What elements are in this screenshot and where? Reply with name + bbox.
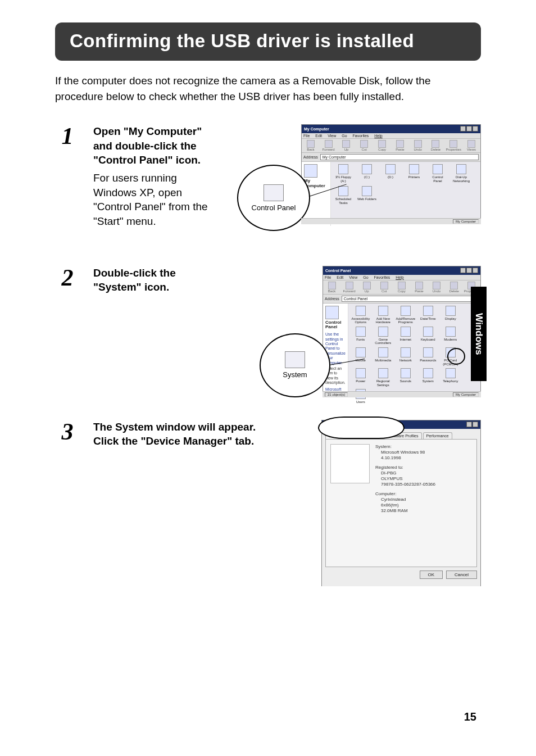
drive-icon: (D:) — [380, 164, 401, 183]
drive-icon: 3½ Floppy (A:) — [333, 164, 353, 183]
toolbar: Back Forward Up Cut Copy Paste Undo Dele… — [323, 280, 480, 295]
cp-item: Accessibility Options — [351, 306, 371, 324]
menu-item: View — [328, 134, 336, 138]
menu-item: Help — [374, 134, 382, 138]
registered-line: DI-PBG — [375, 470, 435, 476]
intro-paragraph: If the computer does not recognize the c… — [55, 73, 481, 104]
toolbar-item: Delete — [447, 282, 462, 293]
callout-control-panel: Control Panel — [237, 165, 310, 231]
toolbar-item: Forward — [321, 140, 337, 151]
cp-item: Keyboard — [418, 327, 438, 345]
toolbar-item: Undo — [429, 282, 444, 293]
computer-label: Computer: — [375, 491, 435, 496]
step-heading: Open "My Computer" and double-click the … — [93, 124, 217, 168]
left-panel-title: Control Panel — [325, 320, 346, 331]
cp-item: Internet — [396, 327, 416, 345]
screenshot-control-panel-window: Control Panel File Edit View Go Favorite… — [322, 266, 481, 397]
menu-item: Favorites — [374, 275, 390, 279]
menu-item: Edit — [337, 275, 343, 279]
toolbar: Back Forward Up Cut Copy Paste Undo Dele… — [302, 139, 480, 153]
dialup-icon: Dial-Up Networking — [451, 164, 471, 183]
cp-item: Multimedia — [373, 347, 393, 366]
toolbar-item: Copy — [374, 140, 390, 151]
status-bar-left: 21 object(s) — [325, 392, 348, 397]
computer-icon — [330, 444, 370, 483]
tab-performance: Performance — [423, 432, 452, 439]
menu-item: Go — [342, 134, 347, 138]
page-title: Confirming the USB driver is installed — [70, 30, 466, 52]
menu-item: Favorites — [353, 134, 369, 138]
cp-item: Fonts — [351, 327, 371, 345]
computer-line: 6x86(tm) — [375, 503, 435, 508]
screenshot-my-computer-window: My Computer File Edit View Go Favorites … — [301, 124, 481, 224]
toolbar-item: Up — [359, 282, 374, 293]
control-panel-icon — [264, 184, 284, 201]
computer-line: 32.0MB RAM — [375, 508, 435, 513]
control-panel-icon — [325, 306, 339, 319]
step-1: 1 Open "My Computer" and double-click th… — [55, 124, 481, 228]
figure-control-panel: System Control Panel File Edit View — [322, 266, 481, 397]
registered-label: Registered to: — [375, 465, 435, 470]
cp-item: Game Controllers — [373, 327, 393, 345]
window-buttons — [466, 422, 478, 428]
page-number: 15 — [464, 710, 476, 723]
control-panel-icon: Control Panel — [428, 164, 448, 183]
toolbar-item: Properties — [446, 140, 461, 151]
step-number: 1 — [55, 124, 80, 148]
toolbar-item: Views — [464, 140, 479, 151]
callout-label: System — [283, 370, 307, 379]
system-label: System: — [375, 444, 435, 449]
step-number: 3 — [55, 420, 80, 443]
status-bar-text: My Computer — [453, 219, 479, 224]
system-info: System: Microsoft Windows 98 4.10.1998 R… — [375, 444, 435, 562]
address-bar: Address Control Panel — [323, 295, 480, 304]
registered-line: 79878-335-0623287-05366 — [375, 482, 435, 487]
toolbar-item: Back — [303, 140, 319, 151]
highlight-circle-system — [447, 348, 465, 365]
window-title: My Computer — [304, 127, 329, 131]
address-label: Address — [325, 297, 339, 301]
toolbar-item: Paste — [392, 140, 408, 151]
cp-item: Modems — [440, 327, 461, 345]
step-3: 3 The System window will appear. Click t… — [55, 420, 481, 586]
menu-item: Edit — [315, 134, 322, 138]
window-title: Control Panel — [325, 269, 351, 273]
toolbar-item: Cut — [376, 282, 392, 293]
cp-item: Date/Time — [418, 306, 438, 324]
cp-item: Regional Settings — [373, 368, 393, 387]
toolbar-item: Back — [324, 282, 339, 293]
screenshot-system-properties-window: System Properties General Device Manager… — [321, 420, 481, 586]
cp-item: Telephony — [440, 368, 461, 387]
menu-item: View — [349, 275, 357, 279]
step-paragraph: For users running Windows XP, open "Cont… — [93, 171, 217, 229]
callout-label: Control Panel — [252, 203, 296, 212]
toolbar-item: Undo — [410, 140, 426, 151]
registered-line: OLYMPUS — [375, 476, 435, 481]
address-value: Control Panel — [344, 297, 367, 301]
system-line: Microsoft Windows 98 — [375, 450, 435, 455]
window-buttons — [460, 126, 478, 132]
ok-button: OK — [420, 571, 443, 579]
toolbar-item: Delete — [428, 140, 444, 151]
status-bar-right: My Computer — [453, 392, 479, 397]
cp-item: Network — [396, 347, 416, 366]
menu-bar: File Edit View Go Favorites Help — [302, 133, 480, 139]
address-label: Address — [303, 155, 318, 159]
step-number: 2 — [55, 266, 80, 289]
side-tab-windows: Windows — [471, 287, 487, 381]
cp-item: Sounds — [396, 368, 416, 387]
window-buttons — [460, 268, 478, 274]
step-heading: The System window will appear. Click the… — [93, 420, 273, 449]
cp-item: Add New Hardware — [373, 306, 393, 324]
figure-system-properties: System Properties General Device Manager… — [321, 420, 481, 586]
cp-item: Mouse — [351, 347, 371, 366]
menu-item: File — [325, 275, 331, 279]
callout-system: System — [260, 333, 330, 397]
cp-item: Power — [351, 368, 371, 387]
web-folders-icon: Web Folders — [357, 186, 377, 205]
toolbar-item: Up — [339, 140, 355, 151]
menu-item: File — [303, 134, 310, 138]
drive-icon: (C:) — [357, 164, 377, 183]
menu-bar: File Edit View Go Favorites Help — [323, 275, 480, 280]
address-value: My Computer — [322, 155, 346, 159]
